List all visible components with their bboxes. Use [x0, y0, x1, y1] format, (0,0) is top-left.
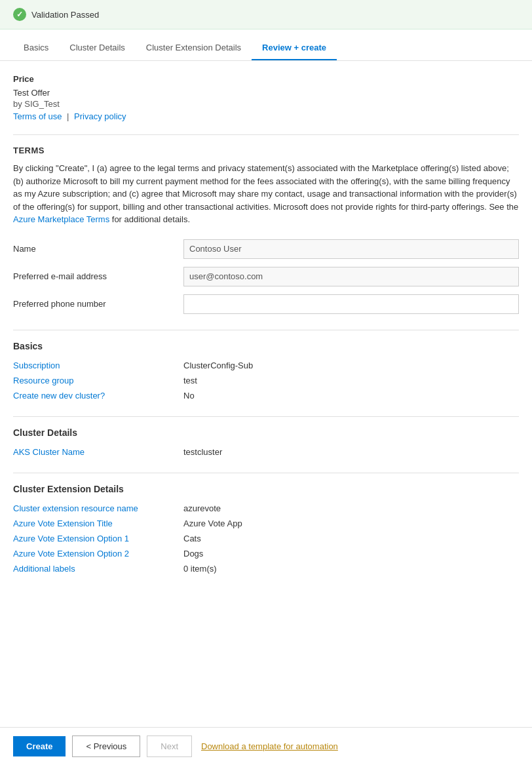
- phone-label: Preferred phone number: [13, 299, 183, 309]
- basics-section: Basics Subscription ClusterConfig-Sub Re…: [13, 341, 519, 401]
- additional-labels-value: 0 item(s): [183, 564, 217, 574]
- divider-1: [13, 134, 519, 135]
- name-input[interactable]: [183, 239, 519, 259]
- terms-section: TERMS By clicking "Create", I (a) agree …: [13, 146, 519, 226]
- extension-title-key: Azure Vote Extension Title: [13, 519, 183, 528]
- table-row: Azure Vote Extension Option 2 Dogs: [13, 549, 519, 559]
- basics-heading: Basics: [13, 341, 519, 351]
- contact-form: Name Preferred e-mail address Preferred …: [13, 239, 519, 314]
- cluster-extension-table: Cluster extension resource name azurevot…: [13, 503, 519, 574]
- resource-group-value: test: [183, 376, 197, 385]
- phone-input[interactable]: [183, 294, 519, 314]
- basics-table: Subscription ClusterConfig-Sub Resource …: [13, 361, 519, 401]
- extension-option2-key: Azure Vote Extension Option 2: [13, 549, 183, 559]
- subscription-key: Subscription: [13, 361, 183, 370]
- name-label: Name: [13, 244, 183, 254]
- validation-text: Validation Passed: [31, 10, 99, 20]
- phone-row: Preferred phone number: [13, 294, 519, 314]
- table-row: Subscription ClusterConfig-Sub: [13, 361, 519, 370]
- download-template-button[interactable]: Download a template for automation: [199, 736, 341, 756]
- extension-title-value: Azure Vote App: [183, 519, 242, 528]
- email-label: Preferred e-mail address: [13, 271, 183, 281]
- table-row: Cluster extension resource name azurevot…: [13, 503, 519, 513]
- link-separator: |: [67, 111, 69, 121]
- terms-text-part1: By clicking "Create", I (a) agree to the…: [13, 163, 518, 212]
- table-row: Additional labels 0 item(s): [13, 564, 519, 574]
- price-label: Price: [13, 74, 519, 84]
- terms-text: By clicking "Create", I (a) agree to the…: [13, 162, 519, 226]
- additional-labels-key: Additional labels: [13, 564, 183, 574]
- privacy-policy-link[interactable]: Privacy policy: [74, 111, 126, 121]
- divider-2: [13, 330, 519, 330]
- extension-option1-value: Cats: [183, 534, 201, 543]
- aks-cluster-name-key: AKS Cluster Name: [13, 447, 183, 457]
- validation-banner: Validation Passed: [0, 0, 532, 29]
- extension-option2-value: Dogs: [183, 549, 203, 559]
- table-row: Create new dev cluster? No: [13, 391, 519, 401]
- offer-links: Terms of use | Privacy policy: [13, 111, 519, 121]
- table-row: AKS Cluster Name testcluster: [13, 447, 519, 457]
- terms-heading: TERMS: [13, 146, 519, 155]
- resource-group-key: Resource group: [13, 376, 183, 385]
- tab-basics[interactable]: Basics: [13, 36, 59, 60]
- table-row: Azure Vote Extension Title Azure Vote Ap…: [13, 519, 519, 528]
- create-dev-cluster-key: Create new dev cluster?: [13, 391, 183, 401]
- create-button[interactable]: Create: [13, 736, 66, 756]
- azure-marketplace-terms-link[interactable]: Azure Marketplace Terms: [13, 214, 109, 224]
- tab-review-create[interactable]: Review + create: [252, 36, 337, 60]
- cluster-details-table: AKS Cluster Name testcluster: [13, 447, 519, 457]
- check-circle-icon: [13, 8, 26, 21]
- extension-resource-name-value: azurevote: [183, 503, 221, 513]
- previous-button[interactable]: < Previous: [72, 736, 140, 757]
- subscription-value: ClusterConfig-Sub: [183, 361, 253, 370]
- cluster-details-heading: Cluster Details: [13, 427, 519, 438]
- offer-name: Test Offer: [13, 88, 519, 98]
- terms-text-part2: for additional details.: [109, 214, 190, 224]
- table-row: Azure Vote Extension Option 1 Cats: [13, 534, 519, 543]
- tab-cluster-details[interactable]: Cluster Details: [59, 36, 136, 60]
- extension-resource-name-key: Cluster extension resource name: [13, 503, 183, 513]
- offer-by: by SIG_Test: [13, 99, 519, 109]
- terms-of-use-link[interactable]: Terms of use: [13, 111, 62, 121]
- cluster-extension-heading: Cluster Extension Details: [13, 484, 519, 494]
- email-row: Preferred e-mail address: [13, 267, 519, 286]
- extension-option1-key: Azure Vote Extension Option 1: [13, 534, 183, 543]
- aks-cluster-name-value: testcluster: [183, 447, 222, 457]
- cluster-extension-section: Cluster Extension Details Cluster extens…: [13, 484, 519, 574]
- tab-cluster-extension-details[interactable]: Cluster Extension Details: [136, 36, 252, 60]
- divider-4: [13, 473, 519, 473]
- table-row: Resource group test: [13, 376, 519, 385]
- cluster-details-section: Cluster Details AKS Cluster Name testclu…: [13, 427, 519, 457]
- name-row: Name: [13, 239, 519, 259]
- create-dev-cluster-value: No: [183, 391, 195, 401]
- nav-tabs: Basics Cluster Details Cluster Extension…: [0, 36, 532, 61]
- footer: Create < Previous Next Download a templa…: [0, 727, 532, 765]
- divider-3: [13, 416, 519, 417]
- main-content: Price Test Offer by SIG_Test Terms of us…: [0, 61, 532, 635]
- price-section: Price Test Offer by SIG_Test Terms of us…: [13, 74, 519, 121]
- email-input[interactable]: [183, 267, 519, 286]
- next-button: Next: [147, 736, 192, 757]
